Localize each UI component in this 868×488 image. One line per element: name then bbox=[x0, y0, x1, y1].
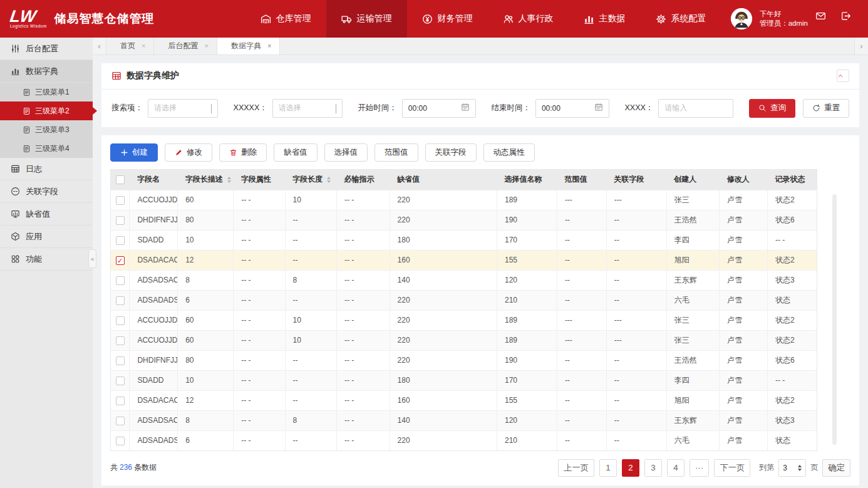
logo: LW Logistics Wisdom bbox=[0, 0, 47, 38]
toolbar-button-label: 范围值 bbox=[385, 147, 408, 158]
sidebar-subitem-3[interactable]: 三级菜单1 bbox=[0, 83, 93, 101]
sidebar-item-7[interactable]: 日志 bbox=[0, 158, 93, 180]
sidebar-item-2[interactable]: 数据字典 bbox=[0, 60, 93, 83]
table-cell: 189 bbox=[497, 330, 557, 350]
table-cell: 180 bbox=[390, 230, 497, 250]
tab-close-icon[interactable]: × bbox=[142, 42, 145, 49]
page-ellipsis-button[interactable]: ··· bbox=[690, 459, 709, 477]
delete-button[interactable]: 删除 bbox=[219, 143, 267, 162]
row-checkbox[interactable] bbox=[116, 376, 125, 385]
table-cell: 状态 bbox=[768, 290, 817, 310]
stepper-arrows-icon[interactable] bbox=[798, 465, 802, 471]
table-cell: ACCUOJJDJN bbox=[130, 330, 178, 350]
dynamic-attr-button[interactable]: 动态属性 bbox=[483, 143, 535, 162]
logout-button[interactable] bbox=[840, 11, 857, 27]
topnav-item-2[interactable]: 运输管理 bbox=[326, 0, 407, 38]
table-cell: DHDIFNFJJJ bbox=[130, 350, 178, 370]
input-placeholder: 请选择 bbox=[279, 103, 301, 113]
row-checkbox[interactable] bbox=[116, 336, 125, 345]
row-checkbox[interactable] bbox=[116, 417, 125, 425]
page-button-2[interactable]: 2 bbox=[622, 459, 639, 477]
tab-1[interactable]: 首页× bbox=[106, 38, 154, 55]
search-field-5: XXXX：请输入 bbox=[625, 99, 734, 118]
row-checkbox[interactable] bbox=[116, 316, 125, 325]
row-checkbox[interactable]: ✓ bbox=[116, 256, 125, 265]
search-field-1: 搜索项：请选择 bbox=[111, 99, 218, 118]
row-checkbox[interactable] bbox=[116, 216, 125, 225]
topnav-item-4[interactable]: 人事行政 bbox=[488, 0, 569, 38]
table-cell: -- bbox=[285, 250, 336, 270]
sidebar-item-9[interactable]: 缺省值 bbox=[0, 203, 93, 226]
row-checkbox[interactable] bbox=[116, 397, 125, 405]
text-input[interactable]: 请输入 bbox=[658, 99, 733, 118]
row-checkbox[interactable] bbox=[116, 236, 125, 245]
goto-page: 到第3页确定 bbox=[759, 459, 850, 477]
range-value-button[interactable]: 范围值 bbox=[375, 143, 418, 162]
related-field-button[interactable]: 关联字段 bbox=[425, 143, 477, 162]
time-input[interactable]: 00:00 bbox=[535, 99, 609, 118]
row-checkbox[interactable] bbox=[116, 196, 125, 205]
table-cell: 六毛 bbox=[666, 430, 720, 450]
row-checkbox[interactable] bbox=[116, 296, 125, 305]
default-value-button[interactable]: 缺省值 bbox=[274, 143, 318, 162]
sidebar-subitem-5[interactable]: 三级菜单3 bbox=[0, 120, 93, 139]
reset-button[interactable]: 重置 bbox=[803, 99, 849, 118]
goto-confirm-button[interactable]: 确定 bbox=[822, 459, 850, 477]
sidebar-subitem-6[interactable]: 三级菜单4 bbox=[0, 139, 93, 158]
select-input[interactable]: 请选择 bbox=[272, 99, 343, 118]
tab-2[interactable]: 后台配置× bbox=[154, 38, 217, 55]
toolbar-button-label: 选择值 bbox=[334, 147, 358, 158]
edit-button[interactable]: 修改 bbox=[165, 143, 212, 162]
page-button-4[interactable]: 4 bbox=[667, 459, 685, 477]
table-cell: 60 bbox=[178, 190, 234, 210]
row-checkbox[interactable] bbox=[116, 276, 125, 285]
page-button-1[interactable]: 1 bbox=[599, 459, 617, 477]
sidebar-item-10[interactable]: 应用 bbox=[0, 226, 93, 248]
time-input[interactable]: 00:00 bbox=[402, 99, 476, 118]
sidebar-item-1[interactable]: 后台配置 bbox=[0, 38, 93, 60]
table-cell: 12 bbox=[178, 250, 234, 270]
table-cell: 王浩然 bbox=[666, 210, 720, 230]
column-header-content: 必输指示 bbox=[344, 174, 374, 185]
row-checkbox[interactable] bbox=[116, 437, 125, 445]
table-cell: ADSADADS bbox=[130, 290, 178, 310]
prev-page-button[interactable]: 上一页 bbox=[558, 459, 594, 477]
sidebar-item-11[interactable]: 功能 bbox=[0, 248, 93, 271]
select-value-button[interactable]: 选择值 bbox=[324, 143, 368, 162]
pencil-icon bbox=[175, 148, 183, 157]
topnav-item-1[interactable]: 仓库管理 bbox=[245, 0, 326, 38]
query-button[interactable]: 查询 bbox=[749, 99, 795, 118]
tab-scroll-left-icon[interactable]: ‹ bbox=[93, 38, 106, 55]
sort-icon[interactable] bbox=[227, 177, 231, 183]
row-checkbox[interactable] bbox=[116, 356, 125, 365]
sidebar-item-8[interactable]: 关联字段 bbox=[0, 180, 93, 203]
panel-collapse-button[interactable] bbox=[837, 70, 849, 82]
mail-button[interactable] bbox=[815, 11, 832, 27]
create-button[interactable]: 创建 bbox=[110, 143, 158, 162]
goto-page-stepper[interactable]: 3 bbox=[778, 459, 806, 477]
select-all-checkbox[interactable] bbox=[116, 175, 125, 184]
avatar[interactable] bbox=[731, 8, 752, 29]
table-cell: -- - bbox=[234, 190, 285, 210]
table-cell: 卢雪 bbox=[720, 270, 768, 290]
table-cell: 220 bbox=[390, 310, 497, 330]
calendar-icon bbox=[594, 103, 603, 113]
tab-scroll-right-icon[interactable]: › bbox=[854, 38, 868, 55]
table-scrollbar[interactable] bbox=[832, 194, 837, 445]
tab-close-icon[interactable]: × bbox=[204, 42, 208, 49]
sort-icon[interactable] bbox=[327, 177, 331, 183]
topnav-item-5[interactable]: 主数据 bbox=[569, 0, 641, 38]
sidebar-item-label: 三级菜单4 bbox=[35, 143, 70, 154]
tab-close-icon[interactable]: × bbox=[267, 42, 271, 49]
sidebar-subitem-4[interactable]: 三级菜单2 bbox=[0, 101, 93, 120]
topnav-item-6[interactable]: 系统配置 bbox=[641, 0, 721, 38]
tab-3[interactable]: 数据字典× bbox=[217, 38, 280, 55]
sidebar-item-label: 日志 bbox=[26, 164, 42, 175]
row-checkbox-cell bbox=[111, 410, 130, 430]
select-input[interactable]: 请选择 bbox=[148, 99, 218, 118]
page-button-3[interactable]: 3 bbox=[644, 459, 662, 477]
sidebar-collapse-button[interactable]: « bbox=[88, 249, 96, 268]
next-page-button[interactable]: 下一页 bbox=[714, 459, 750, 477]
topnav-item-3[interactable]: 财务管理 bbox=[407, 0, 488, 38]
search-field-label: XXXXX： bbox=[234, 103, 267, 113]
